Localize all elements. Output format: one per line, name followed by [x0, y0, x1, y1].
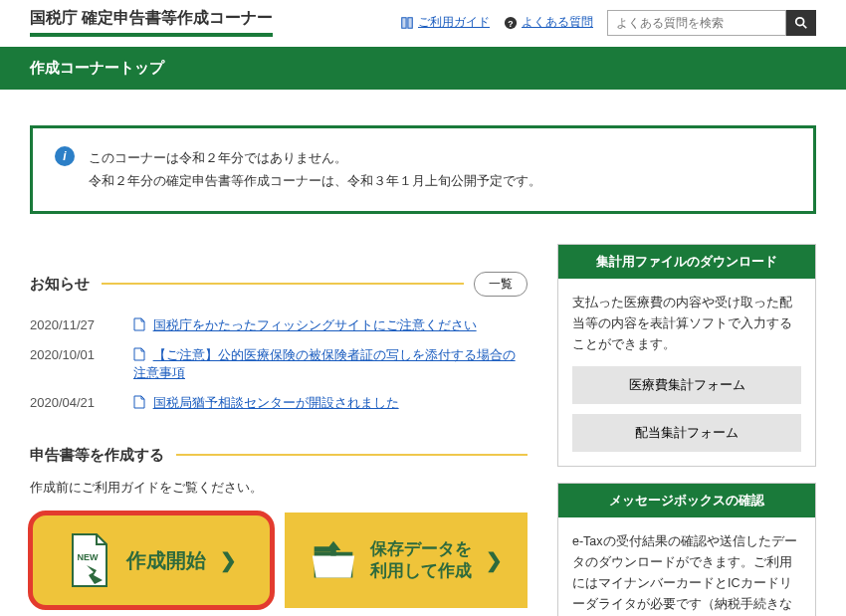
- site-title: 国税庁 確定申告書等作成コーナー: [30, 8, 273, 37]
- news-link[interactable]: 国税庁をかたったフィッシングサイトにご注意ください: [153, 317, 477, 332]
- news-list-button[interactable]: 一覧: [474, 272, 528, 297]
- svg-text:?: ?: [508, 18, 513, 28]
- widget-title: メッセージボックスの確認: [558, 484, 815, 517]
- document-icon: [133, 347, 145, 361]
- news-item: 2020/11/27 国税庁をかたったフィッシングサイトにご注意ください: [30, 310, 528, 340]
- news-link[interactable]: 国税局猶予相談センターが開設されました: [153, 395, 399, 410]
- svg-point-2: [796, 17, 804, 25]
- new-file-icon: NEW: [67, 532, 112, 588]
- header: 国税庁 確定申告書等作成コーナー ご利用ガイド ? よくある質問: [30, 0, 816, 47]
- book-icon: [400, 16, 414, 30]
- widget-title: 集計用ファイルのダウンロード: [558, 245, 815, 279]
- load-saved-card[interactable]: 保存データを利用して作成 ❯: [285, 513, 528, 608]
- svg-line-3: [803, 24, 807, 28]
- info-line-1: このコーナーは令和２年分ではありません。: [89, 146, 541, 169]
- news-heading: お知らせ: [30, 275, 90, 294]
- start-new-label: 作成開始: [126, 547, 206, 573]
- news-date: 2020/04/21: [30, 395, 119, 410]
- document-icon: [133, 317, 145, 331]
- search-button[interactable]: [786, 10, 816, 36]
- widget-body: e-Taxの受付結果の確認や送信したデータのダウンロードができます。ご利用にはマ…: [572, 531, 801, 616]
- news-heading-row: お知らせ 一覧: [30, 272, 528, 297]
- info-line-2: 令和２年分の確定申告書等作成コーナーは、令和３年１月上旬公開予定です。: [89, 169, 541, 192]
- chevron-right-icon: ❯: [486, 548, 503, 572]
- folder-upload-icon: [311, 532, 356, 588]
- news-item: 2020/10/01 【ご注意】公的医療保険の被保険者証の写しを添付する場合の注…: [30, 340, 528, 388]
- svg-text:NEW: NEW: [77, 552, 99, 562]
- search-icon: [794, 16, 808, 30]
- widget-body: 支払った医療費の内容や受け取った配当等の内容を表計算ソフトで入力することができま…: [572, 293, 801, 356]
- info-banner: i このコーナーは令和２年分ではありません。 令和２年分の確定申告書等作成コーナ…: [30, 125, 816, 214]
- document-icon: [133, 395, 145, 409]
- page-title-bar: 作成コーナートップ: [0, 47, 846, 90]
- messagebox-widget: メッセージボックスの確認 e-Taxの受付結果の確認や送信したデータのダウンロー…: [557, 483, 816, 616]
- news-list: 2020/11/27 国税庁をかたったフィッシングサイトにご注意ください 202…: [30, 310, 528, 418]
- page-title: 作成コーナートップ: [30, 59, 816, 78]
- chevron-right-icon: ❯: [220, 548, 237, 572]
- create-heading: 申告書等を作成する: [30, 446, 164, 465]
- question-icon: ?: [504, 16, 518, 30]
- search-box: [607, 10, 816, 36]
- news-date: 2020/11/27: [30, 317, 119, 332]
- medical-form-button[interactable]: 医療費集計フォーム: [572, 366, 801, 404]
- download-widget: 集計用ファイルのダウンロード 支払った医療費の内容や受け取った配当等の内容を表計…: [557, 244, 816, 467]
- info-icon: i: [55, 146, 75, 166]
- create-desc: 作成前にご利用ガイドをご覧ください。: [30, 479, 528, 497]
- news-date: 2020/10/01: [30, 347, 119, 362]
- faq-link[interactable]: ? よくある質問: [504, 14, 593, 31]
- load-saved-label: 保存データを利用して作成: [370, 538, 472, 582]
- search-input[interactable]: [607, 10, 786, 36]
- create-heading-row: 申告書等を作成する: [30, 446, 528, 465]
- dividend-form-button[interactable]: 配当集計フォーム: [572, 414, 801, 452]
- guide-link[interactable]: ご利用ガイド: [400, 14, 490, 31]
- news-link[interactable]: 【ご注意】公的医療保険の被保険者証の写しを添付する場合の注意事項: [133, 347, 516, 380]
- news-item: 2020/04/21 国税局猶予相談センターが開設されました: [30, 388, 528, 418]
- start-new-card[interactable]: NEW 作成開始 ❯: [30, 513, 273, 608]
